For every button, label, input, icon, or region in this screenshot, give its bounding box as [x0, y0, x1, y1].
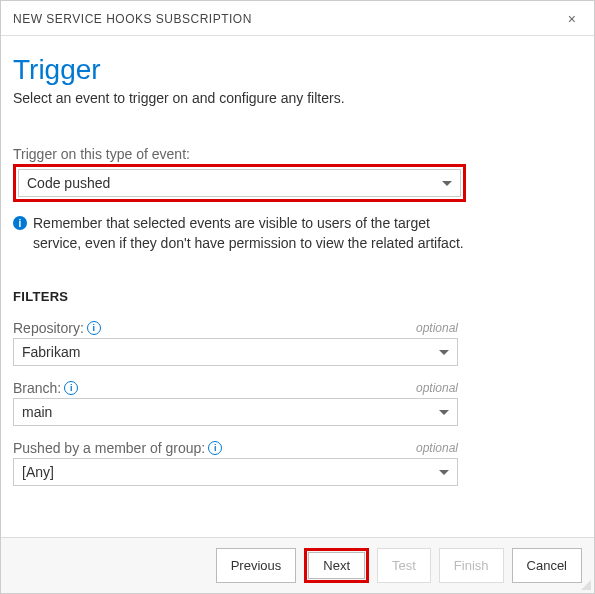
optional-tag: optional [416, 441, 458, 455]
repository-field: Repository: i optional Fabrikam [13, 320, 582, 366]
info-icon[interactable]: i [208, 441, 222, 455]
previous-button[interactable]: Previous [216, 548, 297, 583]
page-subtitle: Select an event to trigger on and config… [13, 90, 582, 106]
cancel-button[interactable]: Cancel [512, 548, 582, 583]
group-field: Pushed by a member of group: i optional … [13, 440, 582, 486]
info-text: Remember that selected events are visibl… [33, 214, 466, 253]
info-icon[interactable]: i [87, 321, 101, 335]
finish-button: Finish [439, 548, 504, 583]
repository-select[interactable]: Fabrikam [13, 338, 458, 366]
page-title: Trigger [13, 54, 582, 86]
branch-field: Branch: i optional main [13, 380, 582, 426]
event-type-label: Trigger on this type of event: [13, 146, 582, 162]
chevron-down-icon [439, 410, 449, 415]
branch-label: Branch: [13, 380, 61, 396]
dialog-header: NEW SERVICE HOOKS SUBSCRIPTION × [1, 1, 594, 36]
group-value: [Any] [22, 464, 54, 480]
dialog-content: Trigger Select an event to trigger on an… [1, 36, 594, 486]
optional-tag: optional [416, 321, 458, 335]
resize-grip-icon[interactable] [579, 578, 591, 590]
info-icon: i [13, 216, 27, 230]
info-callout: i Remember that selected events are visi… [13, 214, 466, 253]
branch-value: main [22, 404, 52, 420]
event-type-value: Code pushed [27, 175, 110, 191]
filters-heading: FILTERS [13, 289, 582, 304]
test-button: Test [377, 548, 431, 583]
group-select[interactable]: [Any] [13, 458, 458, 486]
chevron-down-icon [439, 470, 449, 475]
dialog-title: NEW SERVICE HOOKS SUBSCRIPTION [13, 12, 252, 26]
chevron-down-icon [439, 350, 449, 355]
next-button-highlight: Next [304, 548, 369, 583]
chevron-down-icon [442, 181, 452, 186]
next-button[interactable]: Next [308, 552, 365, 579]
repository-value: Fabrikam [22, 344, 80, 360]
group-label: Pushed by a member of group: [13, 440, 205, 456]
event-type-select[interactable]: Code pushed [18, 169, 461, 197]
dialog-footer: Previous Next Test Finish Cancel [1, 537, 594, 593]
close-icon[interactable]: × [562, 9, 582, 29]
branch-select[interactable]: main [13, 398, 458, 426]
repository-label: Repository: [13, 320, 84, 336]
event-type-highlight: Code pushed [13, 164, 466, 202]
info-icon[interactable]: i [64, 381, 78, 395]
optional-tag: optional [416, 381, 458, 395]
